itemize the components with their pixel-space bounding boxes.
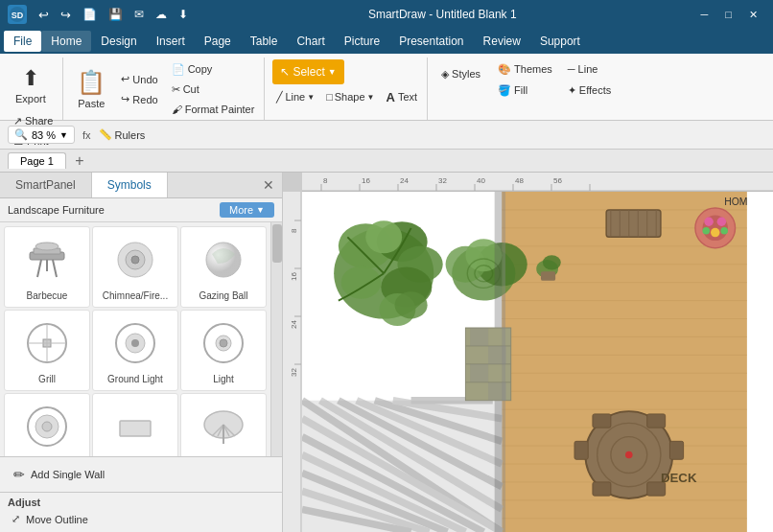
svg-point-118	[704, 218, 713, 226]
line-dropdown-icon: ▼	[307, 93, 315, 102]
menu-review[interactable]: Review	[474, 31, 530, 52]
svg-point-146	[543, 255, 561, 269]
menu-support[interactable]: Support	[530, 31, 590, 52]
page-tab-1[interactable]: Page 1	[8, 152, 66, 169]
grill-icon	[20, 316, 74, 370]
function-bar-icon: fx	[82, 129, 91, 141]
menu-page[interactable]: Page	[195, 31, 241, 52]
export-group-buttons: ⬆ Export	[10, 59, 57, 111]
select-dropdown-icon[interactable]: ▼	[328, 67, 337, 77]
svg-text:DECK: DECK	[661, 471, 697, 485]
symbol-gazing-ball[interactable]: Gazing Ball	[180, 226, 267, 308]
svg-point-7	[35, 243, 59, 250]
line-dropdown[interactable]: ╱ Line ▼	[272, 87, 318, 106]
themes-button[interactable]: 🎨 Themes	[494, 59, 556, 79]
menu-picture[interactable]: Picture	[335, 31, 389, 52]
symbol-grill[interactable]: Grill	[4, 310, 90, 391]
fill-button[interactable]: 🪣 Fill	[494, 81, 556, 100]
symbols-scrollbar[interactable]	[270, 222, 282, 456]
svg-rect-109	[606, 210, 661, 237]
styles-group: ◈ Styles 🎨 Themes 🪣 Fill ─	[430, 58, 621, 120]
symbol-oval-umbrella[interactable]: Oval Umbrella...	[180, 393, 267, 456]
save-icon[interactable]: 💾	[105, 6, 127, 23]
symbol-chimnea[interactable]: Chimnea/Fire...	[92, 226, 178, 308]
styles-button[interactable]: ◈ Styles	[435, 59, 486, 88]
cut-icon: ✂	[172, 83, 180, 96]
smartpanel-tab[interactable]: SmartPanel	[0, 173, 92, 197]
symbol-barbecue[interactable]: Barbecue	[4, 226, 90, 308]
cloud-icon[interactable]: ☁	[152, 6, 171, 23]
maximize-button[interactable]: □	[717, 7, 739, 23]
download-icon[interactable]: ⬇	[175, 6, 192, 23]
svg-text:32: 32	[438, 176, 447, 185]
menu-table[interactable]: Table	[241, 31, 288, 52]
line-style-button[interactable]: ─ Line	[564, 59, 615, 79]
window-controls[interactable]: ─ □ ✕	[693, 7, 765, 23]
adjust-section: Adjust ⤢ Move Outline	[0, 492, 282, 532]
shape-icon: □	[326, 91, 333, 103]
menu-presentation[interactable]: Presentation	[389, 31, 473, 52]
svg-point-100	[365, 220, 402, 253]
format-painter-icon: 🖌	[172, 104, 182, 115]
scroll-thumb[interactable]	[272, 224, 282, 263]
cut-button[interactable]: ✂ Cut	[168, 80, 259, 99]
more-button[interactable]: More ▼	[220, 202, 274, 218]
category-bar: Landscape Furniture More ▼	[0, 198, 282, 222]
add-wall-label: Add Single Wall	[31, 469, 105, 480]
menu-bar: File Home Design Insert Page Table Chart…	[0, 29, 773, 54]
themes-icon: 🎨	[498, 63, 511, 76]
symbol-side-table[interactable]: Side Table	[92, 393, 178, 456]
new-icon[interactable]: 📄	[79, 6, 101, 23]
left-panel: SmartPanel Symbols ✕ Landscape Furniture…	[0, 173, 283, 532]
symbol-patio-heater[interactable]: Patio Heater	[4, 393, 90, 456]
undo-icon[interactable]: ↩	[35, 6, 53, 24]
paste-button[interactable]: 📋 Paste	[71, 63, 111, 115]
light-label: Light	[213, 374, 234, 384]
mail-icon[interactable]: ✉	[130, 6, 148, 23]
svg-text:8: 8	[323, 176, 328, 185]
close-button[interactable]: ✕	[741, 7, 765, 23]
gazing-ball-label: Gazing Ball	[199, 290, 247, 301]
redo-icon[interactable]: ↪	[57, 6, 75, 24]
redo-ribbon-button[interactable]: ↪ Redo	[117, 90, 161, 109]
chimnea-icon	[108, 233, 162, 287]
symbol-ground-light[interactable]: Ground Light	[92, 310, 178, 391]
ruler-horizontal: 8 16 24 32 40 48 56	[302, 173, 773, 192]
svg-point-18	[131, 339, 139, 347]
text-button[interactable]: A Text	[383, 87, 422, 106]
effects-button[interactable]: ✦ Effects	[564, 81, 615, 100]
undo-ribbon-icon: ↩	[121, 73, 129, 85]
menu-design[interactable]: Design	[91, 31, 146, 52]
rulers-toggle[interactable]: 📏 Rulers	[99, 128, 146, 141]
ground-light-icon	[108, 316, 162, 370]
zoom-control[interactable]: 🔍 83 % ▼	[8, 126, 75, 144]
shape-dropdown[interactable]: □ Shape ▼	[322, 87, 378, 106]
symbols-tab[interactable]: Symbols	[92, 173, 168, 197]
quick-access-toolbar[interactable]: ↩ ↪ 📄 💾 ✉ ☁ ⬇	[35, 6, 192, 24]
rulers-icon: 📏	[99, 128, 112, 141]
copy-button[interactable]: 📄 Copy	[168, 59, 259, 79]
panel-close-button[interactable]: ✕	[255, 173, 282, 197]
add-single-wall-button[interactable]: ✏ Add Single Wall	[8, 463, 274, 486]
select-button[interactable]: ↖ Select ▼	[272, 59, 343, 84]
move-outline-label: Move Outline	[26, 514, 88, 525]
svg-rect-144	[502, 192, 505, 532]
menu-insert[interactable]: Insert	[147, 31, 195, 52]
menu-chart[interactable]: Chart	[287, 31, 334, 52]
minimize-button[interactable]: ─	[693, 7, 716, 23]
barbecue-label: Barbecue	[27, 290, 68, 301]
symbol-light[interactable]: Light	[180, 310, 267, 391]
effects-icon: ✦	[568, 84, 576, 97]
undo-ribbon-button[interactable]: ↩ Undo	[117, 70, 161, 89]
canvas-area: 8 16 24 32 40 48 56	[283, 173, 773, 532]
svg-point-121	[702, 227, 710, 235]
menu-file[interactable]: File	[4, 31, 41, 52]
add-page-button[interactable]: +	[70, 151, 89, 171]
page-tabs: Page 1 +	[0, 150, 773, 173]
menu-home[interactable]: Home	[41, 31, 91, 52]
format-painter-button[interactable]: 🖌 Format Painter	[168, 100, 259, 119]
zoom-dropdown-icon[interactable]: ▼	[59, 130, 68, 140]
move-outline-button[interactable]: ⤢ Move Outline	[8, 510, 274, 528]
export-button[interactable]: ⬆ Export	[10, 59, 52, 111]
svg-text:24: 24	[400, 176, 409, 185]
